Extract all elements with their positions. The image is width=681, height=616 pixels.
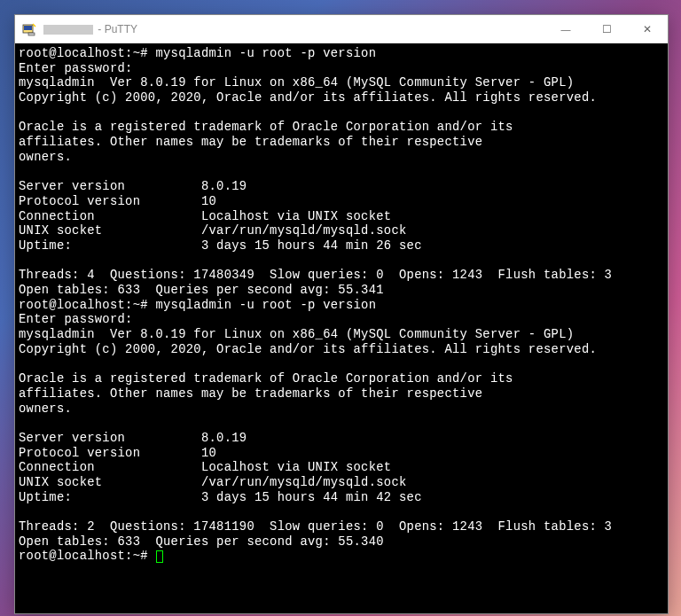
output-line: Copyright (c) 2000, 2020, Oracle and/or … bbox=[19, 91, 597, 105]
output-line: Enter password: bbox=[19, 62, 133, 75]
output-line: affiliates. Other names may be trademark… bbox=[19, 136, 482, 149]
svg-rect-2 bbox=[28, 33, 35, 35]
output-line: Uptime: 3 days 15 hours 44 min 42 sec bbox=[19, 491, 422, 504]
output-line: Open tables: 633 Queries per second avg:… bbox=[19, 284, 384, 297]
output-line: Connection Localhost via UNIX socket bbox=[19, 461, 391, 474]
window-controls: — ☐ ✕ bbox=[545, 15, 668, 43]
putty-window: - PuTTY — ☐ ✕ root@localhost:~# mysqladm… bbox=[14, 14, 669, 614]
minimize-button[interactable]: — bbox=[545, 15, 586, 43]
redacted-hostname bbox=[43, 25, 93, 35]
output-line: Server version 8.0.19 bbox=[19, 432, 247, 445]
output-line: root@localhost:~# mysqladmin -u root -p … bbox=[19, 47, 376, 60]
output-line: affiliates. Other names may be trademark… bbox=[19, 387, 482, 401]
titlebar[interactable]: - PuTTY — ☐ ✕ bbox=[15, 15, 668, 43]
maximize-button[interactable]: ☐ bbox=[586, 15, 627, 43]
output-line: Threads: 2 Questions: 17481190 Slow quer… bbox=[19, 520, 612, 534]
output-line: Enter password: bbox=[19, 313, 133, 326]
output-line: owners. bbox=[19, 151, 72, 164]
output-line: UNIX socket /var/run/mysqld/mysqld.sock bbox=[19, 476, 407, 489]
output-line: mysqladmin Ver 8.0.19 for Linux on x86_6… bbox=[19, 76, 574, 90]
terminal-cursor bbox=[156, 550, 163, 563]
terminal-output[interactable]: root@localhost:~# mysqladmin -u root -p … bbox=[15, 43, 668, 613]
svg-rect-1 bbox=[24, 26, 32, 30]
output-line: Oracle is a registered trademark of Orac… bbox=[19, 372, 513, 386]
window-title: - PuTTY bbox=[43, 23, 545, 35]
close-button[interactable]: ✕ bbox=[627, 15, 668, 43]
output-line: Uptime: 3 days 15 hours 44 min 26 sec bbox=[19, 239, 422, 253]
output-line: owners. bbox=[19, 402, 72, 416]
output-line: Protocol version 10 bbox=[19, 447, 216, 460]
output-line: Copyright (c) 2000, 2020, Oracle and/or … bbox=[19, 343, 597, 356]
output-line: Threads: 4 Questions: 17480349 Slow quer… bbox=[19, 269, 612, 282]
output-line: mysqladmin Ver 8.0.19 for Linux on x86_6… bbox=[19, 328, 574, 341]
output-line: Connection Localhost via UNIX socket bbox=[19, 210, 391, 223]
svg-line-3 bbox=[33, 24, 35, 27]
output-line: Protocol version 10 bbox=[19, 195, 216, 208]
output-line: UNIX socket /var/run/mysqld/mysqld.sock bbox=[19, 224, 407, 238]
putty-icon bbox=[22, 22, 36, 36]
output-line: root@localhost:~# mysqladmin -u root -p … bbox=[19, 299, 376, 312]
output-line: Open tables: 633 Queries per second avg:… bbox=[19, 535, 384, 549]
output-line: Oracle is a registered trademark of Orac… bbox=[19, 121, 513, 134]
output-line: Server version 8.0.19 bbox=[19, 180, 247, 193]
shell-prompt: root@localhost:~# bbox=[19, 550, 155, 563]
